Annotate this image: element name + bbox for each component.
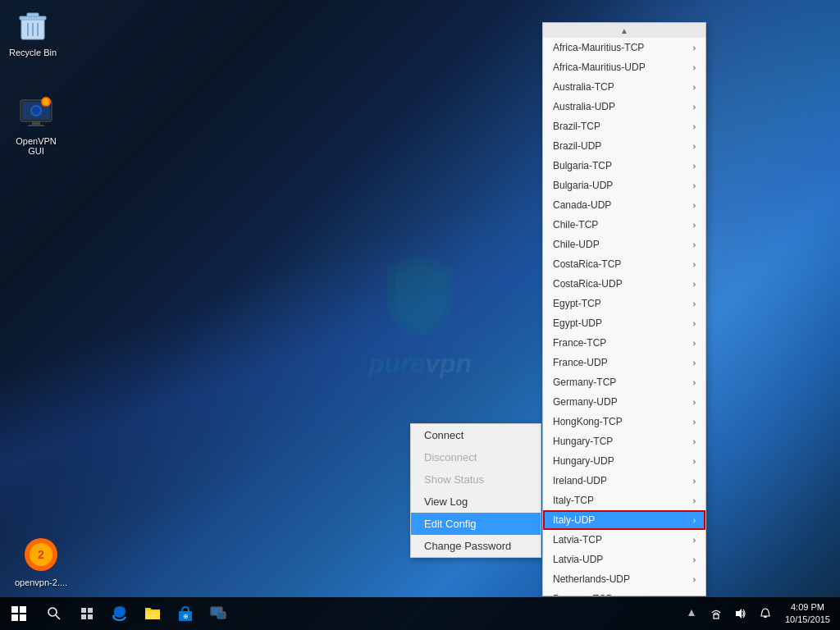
submenu-brazil-tcp[interactable]: Brazil-TCP› [543, 116, 705, 136]
submenu-costarica-udp[interactable]: CostaRica-UDP› [543, 274, 705, 294]
notification-icon [760, 608, 771, 619]
svg-rect-33 [764, 616, 767, 618]
svg-rect-21 [81, 614, 86, 619]
openvpn-2-icon[interactable]: 2 openvpn-2.... [8, 532, 74, 591]
start-button[interactable] [0, 597, 38, 630]
purevpn-text: purevpn [368, 349, 472, 379]
change-password-menu-item[interactable]: Change Password [411, 535, 541, 557]
svg-rect-20 [88, 608, 93, 613]
svg-rect-19 [81, 608, 86, 613]
show-status-menu-item: Show Status [411, 468, 541, 491]
submenu-panama-tcp[interactable]: Panama-TCP› [543, 589, 705, 596]
openvpn-2-label: openvpn-2.... [15, 578, 67, 587]
svg-marker-32 [736, 609, 742, 619]
submenu-latvia-udp[interactable]: Latvia-UDP› [543, 550, 705, 569]
submenu-france-tcp[interactable]: France-TCP› [543, 333, 705, 353]
submenu-egypt-tcp[interactable]: Egypt-TCP› [543, 294, 705, 313]
search-icon [48, 607, 61, 620]
remote-icon [209, 605, 227, 623]
taskbar-clock[interactable]: 4:09 PM 10/15/2015 [778, 601, 837, 627]
remote-desktop-taskbar-icon[interactable] [202, 597, 235, 630]
connect-menu-item[interactable]: Connect [411, 424, 541, 446]
svg-rect-23 [145, 611, 160, 619]
task-view-icon [80, 607, 94, 620]
svg-marker-30 [688, 609, 695, 616]
recycle-bin-icon[interactable]: Recycle Bin [0, 2, 66, 61]
svg-point-9 [32, 107, 40, 115]
desktop: Recycle Bin OpenVPN GUI [0, 0, 840, 630]
submenu-chile-udp[interactable]: Chile-UDP› [543, 235, 705, 254]
svg-text:⊕: ⊕ [183, 613, 189, 620]
submenu-brazil-udp[interactable]: Brazil-UDP› [543, 136, 705, 156]
svg-rect-11 [28, 125, 44, 126]
tray-volume-icon[interactable] [729, 597, 752, 630]
svg-line-18 [56, 615, 60, 619]
svg-point-17 [48, 608, 57, 616]
submenu-list: Africa-Mauritius-TCP› Africa-Mauritius-U… [543, 38, 705, 596]
submenu-hongkong-tcp[interactable]: HongKong-TCP› [543, 412, 705, 431]
submenu-hungary-tcp[interactable]: Hungary-TCP› [543, 431, 705, 451]
svg-rect-22 [88, 614, 93, 619]
edge-taskbar-icon[interactable] [103, 597, 136, 630]
recycle-bin-label: Recycle Bin [9, 48, 57, 57]
submenu-latvia-tcp[interactable]: Latvia-TCP› [543, 530, 705, 550]
submenu-netherlands-udp[interactable]: Netherlands-UDP› [543, 569, 705, 589]
svg-point-13 [43, 98, 49, 105]
task-view-button[interactable] [71, 597, 103, 630]
file-explorer-taskbar-icon[interactable] [136, 597, 169, 630]
submenu-africa-mauritius-udp[interactable]: Africa-Mauritius-UDP› [543, 57, 705, 77]
openvpn-gui-icon[interactable]: OpenVPN GUI [3, 90, 69, 159]
folder-icon [144, 605, 162, 623]
volume-icon [735, 608, 746, 619]
search-button[interactable] [38, 597, 71, 630]
svg-rect-29 [218, 613, 225, 618]
submenu-bulgaria-udp[interactable]: Bulgaria-UDP› [543, 176, 705, 195]
windows-icon [11, 606, 26, 621]
edit-config-menu-item[interactable]: Edit Config [411, 513, 541, 535]
submenu-costarica-tcp[interactable]: CostaRica-TCP› [543, 254, 705, 274]
chevron-up-icon [687, 608, 696, 619]
svg-rect-2 [27, 13, 39, 16]
submenu-panel: ▲ Africa-Mauritius-TCP› Africa-Mauritius… [542, 22, 706, 596]
submenu-australia-udp[interactable]: Australia-UDP› [543, 97, 705, 116]
store-taskbar-icon[interactable]: ⊕ [169, 597, 202, 630]
tray-notification-icon[interactable] [754, 597, 777, 630]
submenu-africa-mauritius-tcp[interactable]: Africa-Mauritius-TCP› [543, 38, 705, 57]
submenu-canada-udp[interactable]: Canada-UDP› [543, 195, 705, 215]
submenu-italy-tcp[interactable]: Italy-TCP› [543, 491, 705, 510]
clock-time: 4:09 PM [791, 601, 824, 614]
submenu-ireland-udp[interactable]: Ireland-UDP› [543, 471, 705, 491]
tray-chevron[interactable] [680, 597, 703, 630]
submenu-chile-tcp[interactable]: Chile-TCP› [543, 215, 705, 235]
submenu-italy-udp[interactable]: Italy-UDP› [543, 510, 705, 530]
view-log-menu-item[interactable]: View Log [411, 491, 541, 513]
submenu-australia-tcp[interactable]: Australia-TCP› [543, 77, 705, 97]
submenu-scroll-up[interactable]: ▲ [543, 23, 705, 38]
svg-rect-10 [32, 121, 40, 125]
taskbar-pinned-apps: ⊕ [103, 597, 235, 630]
submenu-bulgaria-tcp[interactable]: Bulgaria-TCP› [543, 156, 705, 176]
submenu-germany-tcp[interactable]: Germany-TCP› [543, 372, 705, 392]
svg-rect-1 [20, 16, 46, 20]
taskbar: ⊕ [0, 597, 840, 630]
openvpn-2-image: 2 [21, 535, 61, 574]
network-icon [710, 608, 722, 619]
svg-text:2: 2 [38, 548, 44, 561]
openvpn-gui-image [16, 94, 56, 133]
submenu-france-udp[interactable]: France-UDP› [543, 353, 705, 372]
disconnect-menu-item: Disconnect [411, 446, 541, 468]
recycle-bin-image [13, 5, 52, 44]
store-icon: ⊕ [176, 605, 194, 623]
edge-icon [111, 605, 129, 623]
tray-network-icon[interactable] [705, 597, 728, 630]
openvpn-gui-label: OpenVPN GUI [7, 136, 66, 156]
submenu-germany-udp[interactable]: Germany-UDP› [543, 392, 705, 412]
purevpn-watermark: purevpn [368, 252, 472, 379]
submenu-hungary-udp[interactable]: Hungary-UDP› [543, 451, 705, 471]
submenu-egypt-udp[interactable]: Egypt-UDP› [543, 313, 705, 333]
clock-date: 10/15/2015 [785, 614, 830, 626]
taskbar-tray: 4:09 PM 10/15/2015 [680, 597, 840, 630]
context-menu: Connect Disconnect Show Status View Log … [410, 423, 541, 558]
svg-rect-31 [714, 614, 719, 619]
